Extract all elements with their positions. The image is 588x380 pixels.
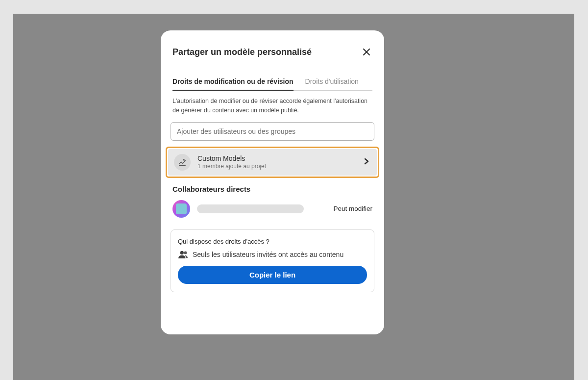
project-info: Custom Models 1 membre ajouté au projet [197,154,364,170]
access-info-row: Seuls les utilisateurs invités ont accès… [178,250,367,259]
modal-title: Partager un modèle personnalisé [172,47,312,57]
users-icon [178,250,189,259]
close-button[interactable] [361,46,372,58]
project-subtitle: 1 membre ajouté au projet [197,163,364,170]
close-icon [363,48,370,56]
share-modal: Partager un modèle personnalisé Droits d… [161,30,384,334]
tabs: Droits de modification ou de révision Dr… [172,74,372,91]
svg-point-0 [183,159,185,160]
add-users-input[interactable] [171,122,374,141]
copy-link-button[interactable]: Copier le lien [178,266,367,284]
permission-description: L'autorisation de modifier ou de réviser… [172,97,372,115]
access-box: Qui dispose des droits d'accès ? Seuls l… [171,229,374,292]
access-info-text: Seuls les utilisateurs invités ont accès… [193,251,343,258]
tab-edit-review[interactable]: Droits de modification ou de révision [172,74,294,90]
project-name: Custom Models [197,154,364,162]
project-icon [174,154,191,171]
collaborator-row: Peut modifier [172,200,372,218]
highlighted-project: Custom Models 1 membre ajouté au projet [166,147,379,178]
avatar [172,200,190,218]
project-row[interactable]: Custom Models 1 membre ajouté au projet [168,149,377,176]
permission-label[interactable]: Peut modifier [333,205,372,212]
collaborator-name-placeholder [197,204,304,213]
avatar-image [176,203,187,214]
access-question: Qui dispose des droits d'accès ? [178,238,367,245]
collaborators-title: Collaborateurs directs [172,185,372,193]
chevron-right-icon [364,157,369,167]
add-users-wrapper [171,122,374,141]
modal-header: Partager un modèle personnalisé [161,42,384,70]
svg-point-1 [180,251,184,254]
svg-point-2 [184,251,187,254]
tab-usage[interactable]: Droits d'utilisation [305,74,359,90]
